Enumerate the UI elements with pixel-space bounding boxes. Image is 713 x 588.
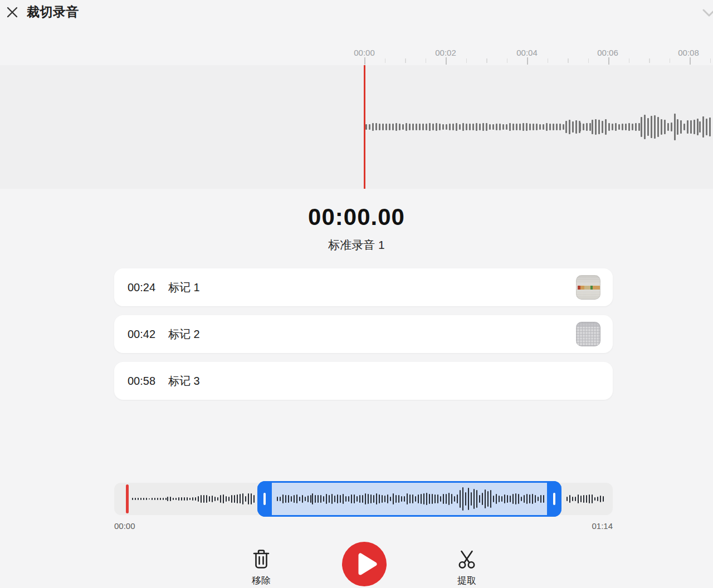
scissors-icon [456, 549, 477, 569]
playhead [364, 65, 365, 189]
trim-handle-left[interactable] [257, 481, 272, 517]
trim-recording-screen: 裁切录音 00:00 00:02 00:04 00:06 00:08 00:00… [0, 0, 713, 588]
current-time-display: 00:00.00 [0, 204, 713, 231]
extract-button[interactable]: 提取 [433, 549, 500, 587]
marker-time: 00:58 [128, 362, 155, 400]
extract-label: 提取 [433, 574, 500, 587]
ruler-label: 00:00 [354, 48, 375, 57]
remove-button[interactable]: 移除 [228, 549, 295, 587]
marker-photo-thumbnail[interactable] [576, 322, 600, 346]
play-icon [342, 542, 387, 586]
marker-row-2[interactable]: 00:42 标记 2 [114, 315, 613, 353]
close-button[interactable] [4, 4, 20, 20]
ruler-label: 00:04 [516, 48, 538, 57]
trim-playhead [126, 484, 129, 513]
remove-label: 移除 [228, 574, 295, 587]
close-icon [6, 6, 19, 19]
trash-icon [252, 549, 271, 569]
marker-label: 标记 2 [168, 315, 200, 353]
trim-handle-right[interactable] [547, 481, 561, 517]
marker-row-1[interactable]: 00:24 标记 1 [114, 268, 613, 306]
handle-grip [263, 493, 266, 505]
play-button[interactable] [342, 542, 387, 586]
marker-label: 标记 1 [168, 268, 200, 306]
ruler-label: 00:06 [597, 48, 618, 57]
timeline-waveform-panel[interactable] [0, 65, 713, 189]
marker-photo-thumbnail[interactable] [576, 275, 600, 300]
marker-label: 标记 3 [168, 362, 200, 400]
trim-waveform [114, 483, 613, 515]
page-title: 裁切录音 [27, 3, 79, 21]
recording-name: 标准录音 1 [0, 237, 713, 253]
ruler-label: 00:02 [435, 48, 456, 57]
marker-time: 00:42 [128, 315, 155, 353]
marker-time: 00:24 [128, 268, 155, 306]
handle-grip [553, 493, 555, 505]
marker-row-3[interactable]: 00:58 标记 3 [114, 362, 613, 400]
ruler-label: 00:08 [678, 48, 699, 57]
confirm-check-icon[interactable] [702, 3, 713, 20]
main-waveform [0, 65, 713, 189]
trim-end-time: 01:14 [114, 521, 613, 531]
